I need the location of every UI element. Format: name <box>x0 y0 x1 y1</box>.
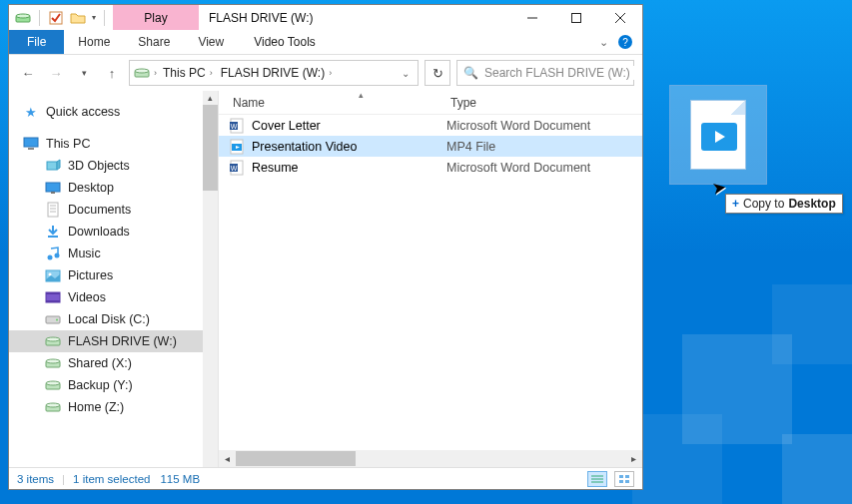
nav-item[interactable]: FLASH DRIVE (W:) <box>9 330 203 352</box>
address-bar[interactable]: › This PC› FLASH DRIVE (W:)› ⌄ <box>129 60 419 86</box>
quick-access-toolbar: ▾ <box>9 5 113 30</box>
file-row[interactable]: Presentation VideoMP4 File <box>219 136 642 157</box>
svg-point-8 <box>135 69 149 73</box>
nav-item[interactable]: Local Disk (C:) <box>9 308 203 330</box>
nav-item-icon <box>45 333 61 349</box>
explorer-body: ▴ ★ Quick access This PC 3D ObjectsDeskt… <box>9 91 642 467</box>
nav-item-icon <box>45 289 61 305</box>
hscroll-thumb[interactable] <box>236 451 356 466</box>
svg-rect-10 <box>28 148 34 150</box>
maximize-button[interactable] <box>554 5 598 30</box>
hscroll-left[interactable]: ◂ <box>219 450 236 467</box>
navpane-scroll-thumb[interactable] <box>203 105 218 191</box>
file-row[interactable]: WResumeMicrosoft Word Document <box>219 157 642 178</box>
file-list[interactable]: WCover LetterMicrosoft Word DocumentPres… <box>219 115 642 450</box>
address-dropdown-icon[interactable]: ⌄ <box>398 68 414 79</box>
ribbon-tab-home[interactable]: Home <box>64 30 124 54</box>
nav-item-label: Music <box>68 247 101 260</box>
nav-item[interactable]: Backup (Y:) <box>9 374 203 396</box>
svg-point-20 <box>55 253 60 258</box>
minimize-button[interactable] <box>510 5 554 30</box>
window-title: FLASH DRIVE (W:) <box>199 5 510 30</box>
nav-quick-access[interactable]: ★ Quick access <box>9 101 203 123</box>
nav-item[interactable]: Pictures <box>9 264 203 286</box>
nav-item-icon <box>45 180 61 196</box>
breadcrumb-this-pc[interactable]: This PC› <box>161 66 215 80</box>
ribbon-collapse-icon[interactable]: ⌄ <box>599 36 608 49</box>
ribbon-tab-video-tools[interactable]: Video Tools <box>240 30 330 54</box>
ribbon-tab-view[interactable]: View <box>184 30 238 54</box>
nav-item[interactable]: Desktop <box>9 177 203 199</box>
nav-item[interactable]: Documents <box>9 199 203 221</box>
ribbon: File Home Share View Video Tools ⌄ ? <box>9 30 642 55</box>
nav-item-label: Local Disk (C:) <box>68 312 150 326</box>
search-input[interactable] <box>484 66 634 80</box>
column-header-name[interactable]: Name <box>219 96 446 110</box>
qat-new-folder-icon[interactable] <box>70 10 86 26</box>
drag-ghost <box>669 85 767 185</box>
ribbon-tab-share[interactable]: Share <box>124 30 184 54</box>
window-controls <box>510 5 642 30</box>
nav-item-icon <box>45 355 61 371</box>
nav-item[interactable]: Music <box>9 243 203 264</box>
pc-icon <box>23 136 39 152</box>
forward-button[interactable]: → <box>45 62 67 84</box>
svg-point-1 <box>16 14 30 18</box>
content-hscrollbar[interactable]: ◂ ▸ <box>219 450 642 467</box>
nav-label: This PC <box>46 137 90 151</box>
nav-item[interactable]: Downloads <box>9 221 203 243</box>
navigation-row: ← → ▾ ↑ › This PC› FLASH DRIVE (W:)› ⌄ ↻… <box>9 55 642 91</box>
navigation-pane[interactable]: ▴ ★ Quick access This PC 3D ObjectsDeskt… <box>9 91 219 467</box>
nav-item-label: Desktop <box>68 181 114 195</box>
search-icon: 🔍 <box>463 66 478 80</box>
nav-item[interactable]: Shared (X:) <box>9 352 203 374</box>
nav-item[interactable]: Videos <box>9 286 203 308</box>
nav-item-label: Videos <box>68 290 106 304</box>
recent-locations-button[interactable]: ▾ <box>73 62 95 84</box>
context-tab-label: Play <box>144 11 167 25</box>
qat-properties-icon[interactable] <box>48 10 64 26</box>
refresh-button[interactable]: ↻ <box>425 60 450 86</box>
close-button[interactable] <box>598 5 642 30</box>
nav-item-label: Home (Z:) <box>68 400 124 414</box>
svg-rect-49 <box>619 480 623 483</box>
svg-rect-24 <box>46 292 60 294</box>
view-details-button[interactable] <box>587 471 607 487</box>
breadcrumb-location[interactable]: FLASH DRIVE (W:)› <box>219 66 334 80</box>
file-explorer-window: ▾ Play FLASH DRIVE (W:) File Home Share … <box>8 4 643 490</box>
ribbon-tab-file[interactable]: File <box>9 30 64 54</box>
view-large-icons-button[interactable] <box>614 471 634 487</box>
file-row[interactable]: WCover LetterMicrosoft Word Document <box>219 115 642 136</box>
context-tab-play[interactable]: Play <box>113 5 199 30</box>
nav-item-icon <box>45 158 61 174</box>
svg-rect-50 <box>625 480 629 483</box>
search-box[interactable]: 🔍 <box>456 60 634 86</box>
svg-text:W: W <box>231 164 238 171</box>
drop-hint-prefix: Copy to <box>743 197 784 211</box>
help-icon[interactable]: ? <box>618 35 632 49</box>
drive-icon <box>15 10 31 26</box>
nav-item-icon <box>45 202 61 218</box>
file-type: Microsoft Word Document <box>446 119 642 133</box>
nav-item[interactable]: 3D Objects <box>9 155 203 177</box>
navpane-scroll-up[interactable]: ▴ <box>203 91 218 105</box>
titlebar[interactable]: ▾ Play FLASH DRIVE (W:) <box>9 5 642 30</box>
breadcrumb-caret[interactable]: › <box>154 68 157 78</box>
sort-indicator-icon: ▴ <box>359 90 364 100</box>
svg-point-27 <box>56 319 58 321</box>
svg-point-29 <box>46 337 60 341</box>
column-headers[interactable]: ▴ Name Type <box>219 91 642 115</box>
qat-customize-icon[interactable]: ▾ <box>92 13 96 22</box>
up-button[interactable]: ↑ <box>101 62 123 84</box>
nav-item[interactable]: Home (Z:) <box>9 396 203 418</box>
nav-item-icon <box>45 246 61 261</box>
file-type: MP4 File <box>446 140 642 154</box>
nav-item-icon <box>45 377 61 393</box>
drop-hint-tooltip: + Copy to Desktop <box>725 194 843 214</box>
nav-this-pc[interactable]: This PC <box>9 133 203 155</box>
nav-label: Quick access <box>46 105 120 119</box>
nav-item-label: Downloads <box>68 225 130 239</box>
hscroll-right[interactable]: ▸ <box>625 450 642 467</box>
back-button[interactable]: ← <box>17 62 39 84</box>
column-header-type[interactable]: Type <box>446 96 642 110</box>
